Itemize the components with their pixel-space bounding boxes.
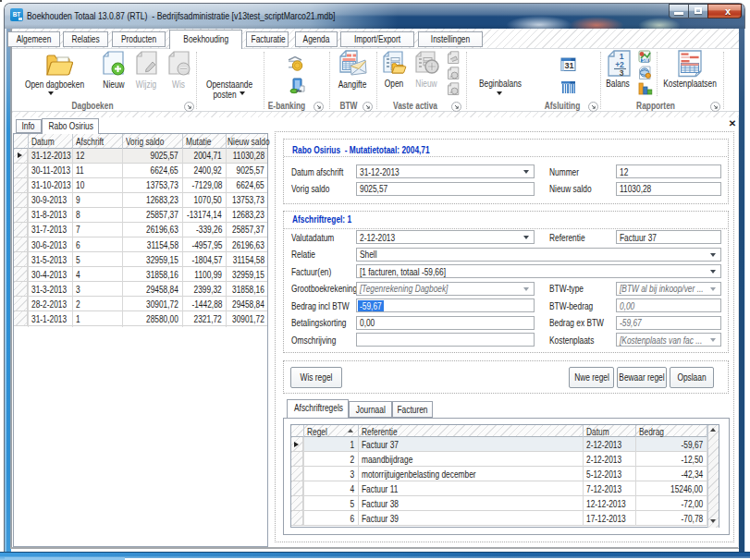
svg-text:3: 3 (620, 68, 624, 78)
svg-text:SM: SM (642, 58, 648, 63)
svg-text:31: 31 (564, 61, 573, 70)
